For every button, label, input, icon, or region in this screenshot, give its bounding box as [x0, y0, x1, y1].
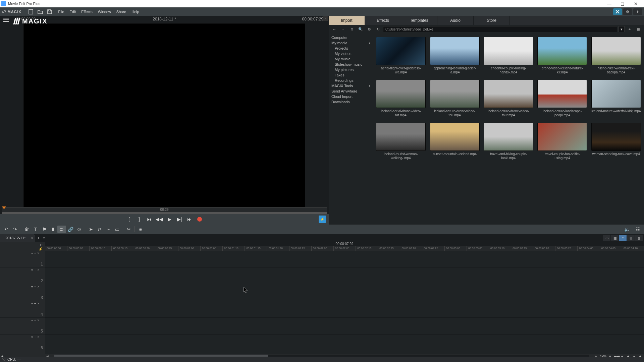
export-share-icon[interactable]: ⬆ — [633, 8, 642, 15]
tab-import[interactable]: Import — [329, 16, 365, 25]
menu-file[interactable]: File — [56, 7, 67, 16]
tree-send-anywhere[interactable]: Send Anywhere — [329, 88, 373, 94]
tree-projects[interactable]: Projects — [329, 46, 373, 51]
tab-store[interactable]: Store — [474, 16, 510, 25]
tree-my-media[interactable]: My media▾ — [329, 40, 373, 46]
media-item[interactable]: hiking-hiker-woman-trek-backpa.mp4 — [591, 37, 641, 74]
menu-help[interactable]: Help — [129, 7, 142, 16]
tree-recordings[interactable]: Recordings — [329, 78, 373, 83]
store-shortcut-icon[interactable] — [613, 8, 622, 15]
monitor-collapse-icon[interactable]: ▫ — [323, 16, 328, 21]
add-object-icon[interactable]: ⊞ — [136, 226, 145, 233]
menu-share[interactable]: Share — [114, 7, 129, 16]
tree-my-videos[interactable]: My videos — [329, 51, 373, 56]
split-icon[interactable]: ⏸ — [49, 226, 57, 233]
track-lane[interactable] — [45, 251, 644, 267]
media-item[interactable]: aerial-flight-over-godafoss-wa.mp4 — [376, 37, 426, 74]
track-header[interactable]: ▾+×5 — [0, 318, 45, 335]
undo-icon[interactable]: ↶ — [2, 226, 11, 233]
refresh-icon[interactable]: ↻ — [374, 26, 382, 33]
track-header[interactable]: ▾+×2 — [0, 267, 45, 284]
tree-takes[interactable]: Takes — [329, 72, 373, 78]
mixer-icon[interactable]: ☷ — [633, 226, 642, 233]
media-item[interactable]: travel-and-hiking-couple-looki.mp4 — [483, 123, 534, 160]
menu-edit[interactable]: Edit — [67, 7, 78, 16]
mute-icon[interactable]: 🔈 — [623, 226, 631, 233]
redo-icon[interactable]: ↷ — [11, 226, 19, 233]
tree-my-music[interactable]: My music — [329, 56, 373, 62]
media-item[interactable]: sunset-mountain-iceland.mp4 — [429, 123, 480, 160]
close-tab-icon[interactable]: × — [31, 236, 33, 240]
goto-end-button[interactable]: ⏭ — [184, 216, 195, 223]
media-item[interactable]: iceland-nature-landscape-peopl.mp4 — [537, 80, 587, 117]
project-tab-dropdown[interactable]: ▾ — [42, 236, 47, 240]
track-lane[interactable] — [45, 318, 644, 335]
toggle-overview-icon[interactable]: ▯ — [635, 235, 643, 241]
open-folder-icon[interactable] — [37, 8, 44, 15]
track-header[interactable]: ▾+×1 — [0, 251, 45, 267]
nav-forward-icon[interactable]: → — [339, 26, 347, 33]
range-end-button[interactable]: ] — [134, 216, 144, 223]
media-item[interactable]: woman-standing-rock-cave.mp4 — [591, 123, 641, 160]
nav-up-icon[interactable]: ⇧ — [348, 26, 356, 33]
track-lane[interactable] — [45, 301, 644, 318]
goto-start-button[interactable]: ⏮ — [144, 216, 154, 223]
range-start-button[interactable]: [ — [124, 216, 134, 223]
media-item[interactable]: cheerful-couple-raising-hands-.mp4 — [483, 37, 534, 74]
track-collapse-icon[interactable]: ▾ — [31, 251, 33, 255]
mouse-mode-icon[interactable]: ⊃ — [57, 226, 66, 233]
timeline-playhead[interactable] — [45, 251, 45, 354]
track-lanes[interactable] — [45, 251, 644, 354]
stretch-tool-icon[interactable]: ⇄ — [95, 226, 104, 233]
track-add-icon[interactable]: + — [34, 251, 36, 255]
path-field[interactable]: C:\Users\Pictures\Video_Deluxe — [383, 26, 617, 32]
video-viewport[interactable] — [23, 23, 305, 207]
tab-templates[interactable]: Templates — [401, 16, 437, 25]
tree-slideshow-music[interactable]: Slideshow music — [329, 62, 373, 67]
track-header[interactable]: ▾+×4 — [0, 301, 45, 318]
maximize-button[interactable]: ◻ — [616, 0, 629, 7]
view-scene-icon[interactable]: ▦ — [611, 235, 619, 241]
browser-settings-icon[interactable]: ⚙ — [366, 26, 373, 33]
menu-window[interactable]: Window — [95, 7, 114, 16]
close-button[interactable]: ✕ — [629, 0, 643, 7]
view-grid-icon[interactable]: ▦ — [635, 26, 642, 33]
track-remove-icon[interactable]: × — [37, 251, 39, 255]
ruler-area[interactable]: 00:00:07:29 ,00:00:00:00,00:00:00:05,00:… — [45, 242, 644, 251]
track-lane[interactable] — [45, 267, 644, 284]
tree-my-pictures[interactable]: My pictures — [329, 67, 373, 72]
minimize-button[interactable]: — — [602, 0, 616, 7]
path-dropdown-icon[interactable]: ▾ — [619, 26, 625, 32]
tab-audio[interactable]: Audio — [437, 16, 474, 25]
performance-mode-icon[interactable]: ⚡ — [319, 216, 326, 223]
save-icon[interactable] — [46, 8, 53, 15]
nav-back-icon[interactable]: ← — [331, 26, 338, 33]
monitor-menu-icon[interactable] — [3, 17, 9, 23]
media-item[interactable]: iceland-tourist-woman-walking-.mp4 — [376, 123, 426, 160]
view-timeline-icon[interactable]: ≡ — [619, 235, 627, 241]
media-item[interactable]: iceland-nature-drone-video-tou.mp4 — [429, 80, 480, 117]
record-button[interactable] — [195, 216, 205, 223]
delete-icon[interactable]: 🗑 — [22, 226, 31, 233]
track-lane[interactable] — [45, 284, 644, 301]
group-icon[interactable]: ⊙ — [75, 226, 84, 233]
view-multicam-icon[interactable]: ⊞ — [627, 235, 635, 241]
play-button[interactable]: ▶ — [164, 216, 174, 223]
snap-icon[interactable]: ⊏ — [40, 243, 43, 247]
curve-tool-icon[interactable]: ～ — [104, 226, 113, 233]
tree-downloads[interactable]: Downloads — [329, 99, 373, 105]
marker-icon[interactable]: ⚑ — [40, 226, 49, 233]
tab-effects[interactable]: Effects — [365, 16, 401, 25]
media-item[interactable]: iceland-nature-drone-video-tour.mp4 — [483, 80, 534, 117]
view-storyboard-icon[interactable]: ▭ — [603, 235, 610, 241]
project-tab[interactable]: 2018-12-11* × — [0, 234, 35, 242]
new-project-icon[interactable] — [28, 8, 34, 15]
media-item[interactable]: approaching-iceland-glacier-la.mp4 — [429, 37, 480, 74]
track-lane[interactable] — [45, 335, 644, 351]
media-item[interactable]: travel-couple-fun-selfie-using.mp4 — [537, 123, 587, 160]
jog-scrubber[interactable]: 08:29 — [2, 207, 327, 212]
menu-effects[interactable]: Effects — [78, 7, 95, 16]
search-icon[interactable]: 🔍 — [357, 26, 364, 33]
media-item[interactable]: iceland-nature-waterfall-kirkj.mp4 — [591, 80, 641, 117]
media-item[interactable]: iceland-aerial-drone-video-tat.mp4 — [376, 80, 426, 117]
